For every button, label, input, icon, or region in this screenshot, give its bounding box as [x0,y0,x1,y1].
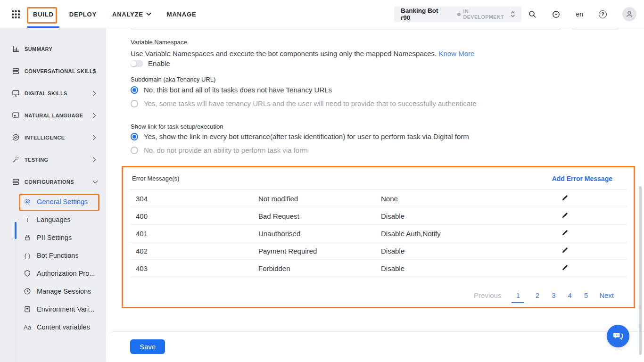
chat-widget-button[interactable] [607,325,629,347]
table-row: 403 Forbidden Disable [130,260,627,277]
vertical-scrollbar-thumb[interactable] [639,186,642,355]
nav-tab-build-label: BUILD [33,11,54,18]
subdomain-option-no[interactable]: No, this bot and all of its tasks does n… [131,86,332,94]
enable-toggle-label: Enable [148,59,170,67]
edit-button[interactable] [560,211,570,221]
radio-unselected-icon[interactable] [131,147,138,154]
search-icon[interactable] [528,10,537,18]
letter-t-icon: T [24,216,31,223]
pagination-page-5[interactable]: 5 [583,291,589,299]
error-description: Unauthorised [258,230,381,238]
braces-icon: { } [24,252,31,259]
error-description: Forbidden [258,264,381,272]
radio-selected-icon[interactable] [131,86,138,94]
chevron-down-icon [146,12,151,16]
sidebar-item-summary[interactable]: SUMMARY [0,38,106,60]
pagination-page-3[interactable]: 3 [551,291,556,299]
error-description: Payment Required [258,247,381,255]
sidebar-item-bot-functions[interactable]: { } Bot Functions [0,247,106,264]
language-selector[interactable]: en [576,10,583,18]
radio-unselected-icon[interactable] [131,100,138,107]
sidebar-item-label: Manage Sessions [37,288,91,295]
sidebar-item-testing[interactable]: TESTING [0,148,106,171]
save-button[interactable]: Save [130,339,165,354]
table-row: 400 Bad Request Disable [130,207,627,225]
nav-tab-deploy-label: DEPLOY [69,11,97,18]
pagination-page-4[interactable]: 4 [567,291,572,299]
sidebar-item-label: DIGITAL SKILLS [25,90,67,96]
edit-button[interactable] [560,246,570,255]
task-link-option-yes[interactable]: Yes, show the link in every bot utteranc… [131,132,469,140]
configurations-icon [12,178,20,186]
enable-toggle-row: Enable [131,59,170,67]
error-action: Disable [381,247,560,255]
error-code: 304 [136,195,258,203]
top-navigation-bar: BUILD DEPLOY ANALYZE MANAGE Banking Bot … [0,0,644,28]
pagination-page-2[interactable]: 2 [535,291,540,299]
shield-icon [24,270,31,277]
sidebar-item-digital-skills[interactable]: DIGITAL SKILLS [0,82,106,104]
variable-namespace-description-text: Use Variable Namespaces and execute the … [131,49,437,58]
sidebar-item-label: Environment Vari... [37,305,94,313]
magic-wand-icon [12,156,20,164]
speech-panel-icon [12,111,20,119]
edit-button[interactable] [560,194,570,203]
radio-selected-icon[interactable] [131,133,138,140]
avatar[interactable] [622,7,636,21]
sidebar-item-authorization-profiles[interactable]: Authorization Pro... [0,264,106,282]
nav-tab-manage-label: MANAGE [167,11,197,18]
sidebar-item-languages[interactable]: T Languages [0,211,106,229]
nav-tab-analyze-label: ANALYZE [112,11,143,18]
error-description: Bad Request [258,212,381,220]
chevron-right-icon [92,68,96,74]
pencil-icon [561,264,569,271]
sidebar-item-natural-language[interactable]: NATURAL LANGUAGE [0,104,106,126]
edit-button[interactable] [560,263,570,273]
subdomain-option-yes[interactable]: Yes, some tasks will have tenancy URLs a… [131,99,477,107]
add-error-message-link[interactable]: Add Error Message [552,175,612,182]
circle-dot-icon[interactable] [552,10,560,18]
task-link-option-no[interactable]: No, do not provide an ability to perform… [131,146,308,154]
sidebar-item-pii-settings[interactable]: PII Settings [0,229,106,247]
sidebar-item-label: Bot Functions [37,252,79,259]
pagination-previous[interactable]: Previous [474,291,501,299]
error-action: None [381,195,560,203]
sidebar-item-conversational-skills[interactable]: CONVERSATIONAL SKILLS [0,60,106,82]
chat-bubbles-icon [611,329,625,343]
sidebar-item-intelligence[interactable]: INTELLIGENCE [0,126,106,148]
nav-tab-manage[interactable]: MANAGE [166,0,198,28]
bot-selector[interactable]: Banking Bot r90 IN DEVELOPMENT [394,6,521,22]
pagination-page-1[interactable]: 1 [512,291,524,303]
pencil-icon [561,229,569,236]
error-code: 403 [136,264,258,272]
help-icon[interactable]: ? [599,10,607,18]
edit-button[interactable] [560,229,570,238]
sidebar-item-configurations[interactable]: CONFIGURATIONS [0,171,106,193]
error-action: Disable [381,264,560,272]
radio-option-label: No, this bot and all of its tasks does n… [144,86,332,94]
error-messages-table: Error Message(s) Add Error Message 304 N… [123,167,634,277]
document-lines-icon [24,305,31,313]
pencil-icon [561,247,569,254]
sidebar-item-general-settings[interactable]: General Settings [0,193,106,211]
nav-tab-build[interactable]: BUILD [32,0,55,28]
sidebar-item-environment-variables[interactable]: Environment Vari... [0,300,106,318]
know-more-link[interactable]: Know More [438,49,474,58]
error-code: 402 [136,247,258,255]
toggle-knob [131,61,136,66]
letter-aa-icon: Aa [24,323,31,331]
sidebar-item-content-variables[interactable]: Aa Content variables [0,318,106,336]
error-messages-panel: Error Message(s) Add Error Message 304 N… [122,166,635,308]
enable-toggle[interactable] [131,60,143,67]
nav-tab-deploy[interactable]: DEPLOY [68,0,98,28]
brain-icon [12,133,20,141]
nav-tab-analyze[interactable]: ANALYZE [111,0,152,28]
apps-grid-icon[interactable] [12,10,20,18]
sidebar-item-label: CONFIGURATIONS [25,179,74,185]
error-messages-title: Error Message(s) [132,175,179,182]
pagination-next[interactable]: Next [599,291,614,299]
sidebar-item-manage-sessions[interactable]: Manage Sessions [0,282,106,300]
chevron-right-icon [92,135,96,140]
chevron-right-icon [92,157,96,163]
radio-option-label: Yes, some tasks will have tenancy URLs a… [144,99,477,107]
